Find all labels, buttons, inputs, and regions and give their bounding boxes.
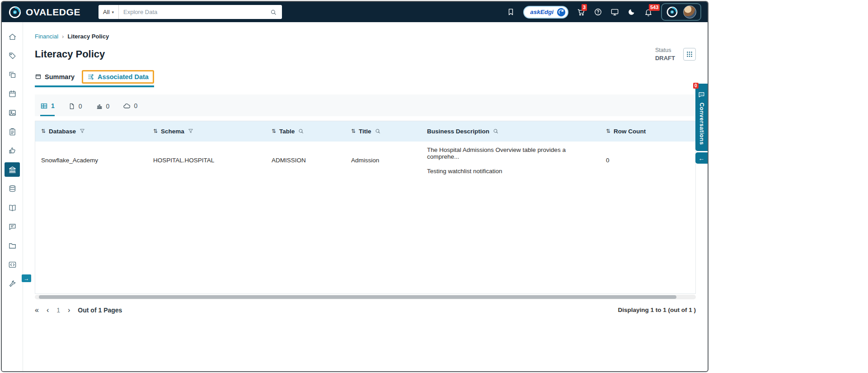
sidebar-item-catalog[interactable] [5, 67, 20, 82]
first-page-button[interactable]: « [35, 307, 39, 314]
column-header-table[interactable]: ⇅ Table [266, 128, 345, 135]
tab-summary-label: Summary [45, 73, 75, 80]
sort-icon[interactable]: ⇅ [272, 128, 276, 134]
code-icon [8, 260, 17, 269]
cart-badge: 3 [582, 4, 587, 11]
user-avatar[interactable] [683, 5, 696, 19]
description-line-2: Testing watchlist notification [427, 168, 596, 175]
associated-data-table: ⇅ Database ⇅ Schema ⇅ Table [35, 121, 696, 294]
sidebar-item-glossary[interactable] [5, 200, 20, 215]
ask-edgi-icon [557, 8, 566, 17]
tree-list-icon [87, 73, 94, 80]
subtab-tables-count: 1 [51, 102, 55, 109]
ask-edgi-button[interactable]: askEdgi [523, 6, 568, 19]
apps-grid-button[interactable] [683, 48, 696, 61]
ovaledge-logo-icon [8, 5, 22, 19]
subtab-files[interactable]: 0 [68, 103, 82, 116]
description-line-1: The Hospital Admissions Overview table p… [427, 146, 596, 160]
filter-icon[interactable] [79, 128, 85, 134]
table-empty-area [35, 179, 695, 293]
left-sidebar [2, 22, 23, 371]
subtab-apis-count: 0 [134, 102, 137, 109]
sidebar-item-collaboration[interactable] [5, 219, 20, 234]
column-label: Row Count [614, 128, 646, 135]
brand[interactable]: OVALEDGE [8, 5, 80, 19]
sidebar-item-projects[interactable] [5, 238, 20, 253]
sidebar-item-services[interactable] [5, 143, 20, 158]
subtab-reports[interactable]: 0 [96, 103, 110, 116]
filter-icon[interactable] [188, 128, 194, 134]
sidebar-item-tags[interactable] [5, 48, 20, 63]
sort-icon[interactable]: ⇅ [41, 128, 46, 134]
global-search: All ▾ [99, 5, 282, 19]
status-label: Status [655, 46, 675, 54]
app-window: OVALEDGE All ▾ askEdgi 3 [1, 1, 708, 372]
subtab-files-count: 0 [79, 103, 82, 110]
screen-share-icon[interactable] [610, 8, 619, 16]
cell-table: ADMISSION [266, 157, 345, 164]
subtab-tables[interactable]: 1 [40, 102, 55, 116]
sidebar-item-governance[interactable] [5, 162, 20, 177]
subtab-apis[interactable]: 0 [123, 102, 137, 116]
sort-icon[interactable]: ⇅ [606, 128, 610, 134]
pages-total-text: Out of 1 Pages [78, 307, 122, 314]
profile-menu[interactable] [661, 3, 701, 21]
column-header-row-count[interactable]: ⇅ Row Count [600, 128, 695, 135]
column-header-database[interactable]: ⇅ Database [35, 128, 147, 135]
table-row[interactable]: Snowflake_Academy HOSPITAL.HOSPITAL ADMI… [35, 142, 695, 179]
sidebar-item-tools[interactable] [5, 276, 20, 291]
breadcrumb-link-financial[interactable]: Financial [35, 33, 58, 40]
body: → Financial › Literacy Policy Literacy P… [2, 22, 708, 371]
sidebar-item-home[interactable] [5, 29, 20, 44]
cell-database[interactable]: Snowflake_Academy [35, 157, 147, 164]
tab-summary[interactable]: Summary [35, 73, 75, 80]
sidebar-expand-button[interactable]: → [22, 274, 31, 282]
breadcrumb: Financial › Literacy Policy [35, 33, 696, 40]
ask-edgi-label: askEdgi [530, 9, 554, 15]
main-content: Financial › Literacy Policy Literacy Pol… [23, 22, 708, 371]
title-row: Literacy Policy Status DRAFT [35, 46, 696, 63]
sort-icon[interactable]: ⇅ [153, 128, 158, 134]
cart-button[interactable]: 3 [577, 8, 586, 17]
breadcrumb-current: Literacy Policy [67, 33, 109, 40]
column-header-title[interactable]: ⇅ Title [345, 128, 421, 135]
conversations-expand-button[interactable]: ← [695, 152, 708, 164]
chart-icon [96, 103, 103, 110]
top-navigation-bar: OVALEDGE All ▾ askEdgi 3 [2, 2, 708, 22]
column-header-schema[interactable]: ⇅ Schema [147, 128, 266, 135]
sidebar-item-reports[interactable] [5, 124, 20, 139]
previous-page-button[interactable]: ‹ [47, 307, 49, 314]
bank-icon [8, 165, 17, 174]
displaying-range-text: Displaying 1 to 1 (out of 1 ) [618, 307, 696, 313]
bookmark-icon[interactable] [507, 8, 515, 16]
dark-mode-icon[interactable] [627, 8, 636, 16]
sidebar-item-media[interactable] [5, 105, 20, 120]
tab-associated-data[interactable]: Associated Data [87, 73, 149, 80]
tab-strip: Summary Associated Data [35, 72, 154, 87]
search-icon[interactable] [270, 9, 282, 16]
search-icon[interactable] [493, 128, 499, 134]
image-icon [8, 109, 17, 117]
sort-icon[interactable]: ⇅ [351, 128, 356, 134]
search-icon[interactable] [375, 128, 381, 134]
arrow-left-icon: ← [699, 155, 705, 162]
conversations-tab[interactable]: 0 Conversations [695, 84, 708, 151]
sidebar-item-databases[interactable] [5, 181, 20, 196]
clipboard-icon [8, 127, 17, 136]
sidebar-item-api[interactable] [5, 257, 20, 272]
asset-type-subtabs: 1 0 0 0 [35, 94, 696, 116]
next-page-button[interactable]: › [68, 307, 70, 314]
search-input[interactable] [119, 9, 270, 15]
sidebar-item-calendar[interactable] [5, 86, 20, 101]
help-icon[interactable] [594, 8, 602, 16]
notifications-button[interactable]: 543 [644, 8, 653, 17]
horizontal-scrollbar[interactable] [35, 295, 696, 299]
document-icon [35, 73, 42, 80]
scrollbar-thumb[interactable] [39, 295, 676, 299]
search-icon[interactable] [298, 128, 304, 134]
search-scope-dropdown[interactable]: All ▾ [99, 5, 119, 19]
column-label: Title [359, 128, 371, 135]
column-header-business-description[interactable]: Business Description [421, 128, 600, 135]
folder-icon [8, 241, 17, 250]
grid-dots-icon [685, 50, 694, 58]
